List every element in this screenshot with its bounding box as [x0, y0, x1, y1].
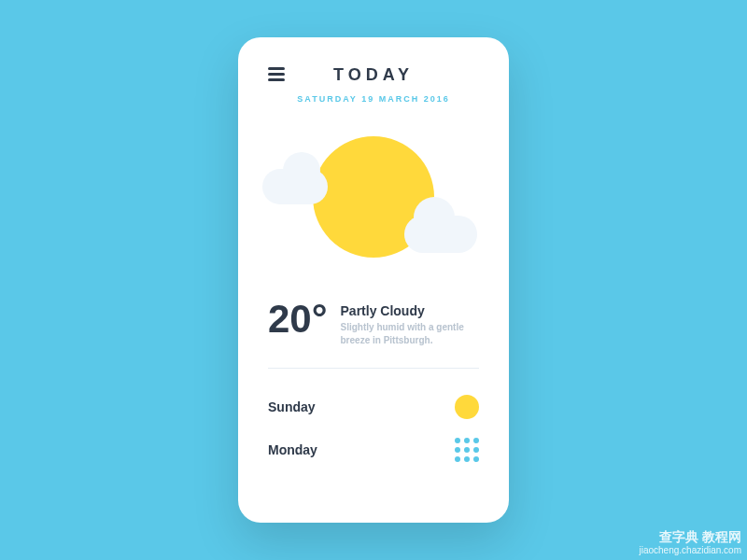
watermark-line1: 查字典 教程网	[639, 529, 741, 545]
condition-label: Partly Cloudy	[341, 303, 479, 318]
page-title: TODAY	[333, 65, 414, 85]
condition-description: Slightly humid with a gentle breeze in P…	[341, 321, 479, 347]
cloud-icon	[404, 216, 477, 253]
forecast-day-label: Monday	[268, 442, 317, 457]
rain-icon	[455, 438, 479, 462]
sunny-icon	[455, 395, 479, 419]
forecast-day-label: Sunday	[268, 399, 316, 414]
weather-card: TODAY SATURDAY 19 MARCH 2016 20° Partly …	[238, 37, 509, 523]
condition-block: Partly Cloudy Slightly humid with a gent…	[341, 300, 479, 347]
temperature-value: 20°	[268, 300, 328, 339]
menu-icon[interactable]	[268, 67, 285, 80]
watermark: 查字典 教程网 jiaocheng.chazidian.com	[639, 529, 741, 556]
weather-illustration	[268, 122, 479, 281]
forecast-row-monday[interactable]: Monday	[268, 428, 479, 471]
forecast-row-sunday[interactable]: Sunday	[268, 385, 479, 428]
divider	[268, 368, 479, 369]
current-weather: 20° Partly Cloudy Slightly humid with a …	[268, 300, 479, 347]
cloud-icon	[262, 169, 328, 204]
header: TODAY	[268, 65, 479, 85]
date-label: SATURDAY 19 MARCH 2016	[268, 94, 479, 104]
watermark-line2: jiaocheng.chazidian.com	[639, 545, 741, 556]
